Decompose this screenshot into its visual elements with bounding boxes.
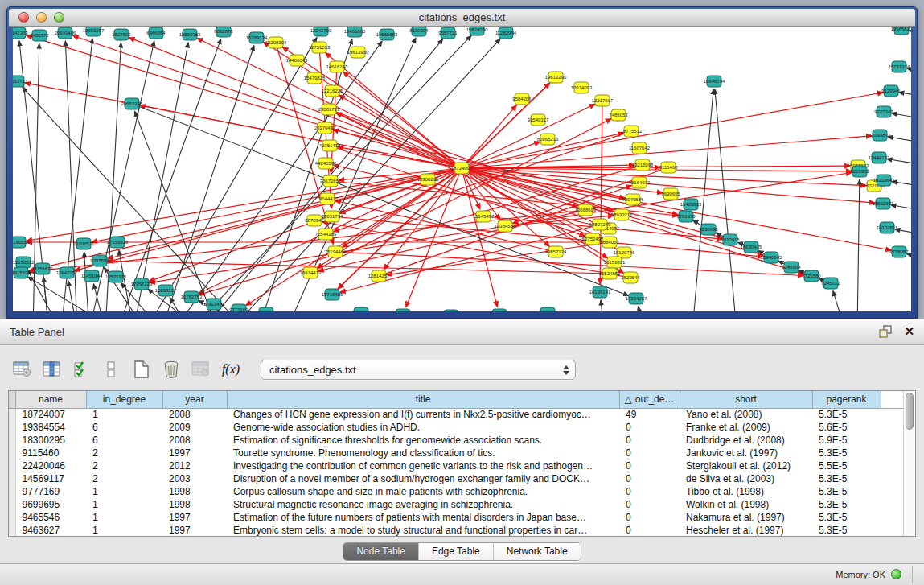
graph-node[interactable]: 13505115 — [105, 271, 127, 282]
graph-node[interactable]: 11282994 — [495, 27, 517, 39]
cell[interactable]: Investigating the contribution of common… — [227, 459, 619, 472]
network-graph[interactable]: 1872400718300295122083041440604512751053… — [13, 27, 911, 311]
function-builder-icon[interactable]: f(x) — [220, 357, 242, 381]
new-table-icon[interactable] — [130, 357, 153, 381]
graph-node[interactable]: 44240598 — [315, 158, 337, 169]
graph-node[interactable]: 26160550 — [13, 237, 30, 248]
graph-node[interactable]: 49164072 — [629, 177, 651, 188]
graph-edge[interactable] — [833, 291, 845, 311]
graph-node[interactable]: 15716485 — [322, 289, 343, 300]
scrollbar-thumb[interactable] — [906, 393, 914, 430]
cell[interactable]: 0 — [619, 434, 680, 447]
cell[interactable]: 1 — [86, 524, 162, 537]
graph-node[interactable]: 9129946 — [881, 85, 901, 97]
graph-node[interactable]: 6466054 — [146, 27, 166, 39]
graph-edge[interactable] — [892, 113, 911, 120]
cell[interactable]: Franke et al. (2009) — [680, 421, 812, 434]
graph-edge[interactable] — [230, 39, 500, 311]
graph-node[interactable]: 12093872 — [869, 130, 891, 141]
graph-node[interactable]: 9699695 — [661, 188, 680, 200]
cell[interactable]: Tibbo et al. (1998) — [680, 485, 812, 498]
table-scrollbar[interactable] — [903, 391, 915, 536]
cell[interactable]: Jankovic et al. (1997) — [680, 447, 812, 459]
cell[interactable]: 9777169 — [15, 485, 86, 498]
graph-node[interactable]: 49857124 — [545, 246, 567, 257]
graph-node[interactable]: 10653257 — [83, 27, 105, 36]
graph-edge[interactable] — [174, 41, 382, 311]
deselect-all-icon[interactable] — [101, 357, 123, 381]
table-row[interactable]: 1456911722003Disruption of a novel membe… — [9, 472, 905, 485]
graph-node[interactable]: 30672657 — [320, 175, 342, 187]
graph-node[interactable]: 13216998 — [632, 159, 654, 171]
cell[interactable]: 49 — [619, 408, 680, 421]
graph-node[interactable]: 18775512 — [621, 126, 643, 137]
cell[interactable]: 0 — [619, 511, 680, 524]
graph-edge[interactable] — [891, 205, 911, 212]
cell[interactable]: 5.9E-5 — [812, 434, 881, 447]
graph-edge[interactable] — [638, 307, 644, 311]
table-select-dropdown[interactable]: citations_edges.txt — [261, 360, 576, 380]
cell[interactable]: 9115460 — [15, 447, 86, 459]
column-header-pagerank[interactable]: pagerank — [812, 391, 881, 408]
cell[interactable]: Changes of HCN gene expression and I(f) … — [227, 408, 619, 421]
table-row[interactable]: 1938455462009Genome-wide association stu… — [9, 421, 905, 434]
graph-node[interactable]: 15318031 — [489, 309, 511, 311]
tab-node-table[interactable]: Node Table — [343, 543, 418, 560]
cell[interactable]: 2003 — [162, 472, 227, 485]
cell[interactable]: Hescheler et al. (1997) — [680, 524, 812, 537]
graph-edge[interactable] — [140, 105, 462, 168]
cell[interactable]: Structural magnetic resonance image aver… — [227, 498, 619, 511]
graph-node[interactable]: 19565820 — [891, 27, 911, 35]
graph-node[interactable]: 72049586 — [622, 194, 644, 205]
cell[interactable]: 9463627 — [15, 524, 86, 537]
graph-node[interactable]: 12444197 — [869, 152, 890, 163]
table-row[interactable]: 1830029562008Estimation of significance … — [9, 434, 905, 447]
graph-node[interactable]: 17359928 — [107, 237, 129, 248]
graph-edge[interactable] — [887, 159, 911, 166]
column-header-short[interactable]: short — [680, 391, 812, 408]
graph-node[interactable]: 16210643 — [873, 175, 895, 186]
graph-node[interactable]: 15824090 — [466, 27, 488, 35]
graph-node[interactable]: 11607642 — [629, 142, 651, 154]
tab-network-table[interactable]: Network Table — [493, 543, 581, 560]
graph-node[interactable]: 20691406 — [55, 27, 76, 39]
graph-node[interactable]: 20553717 — [13, 76, 28, 87]
graph-node[interactable]: 11451944 — [81, 270, 103, 282]
graph-node[interactable]: 10103811 — [877, 222, 898, 233]
column-header-out_degree[interactable]: △out_de… — [619, 391, 680, 408]
cell[interactable]: 5.3E-5 — [812, 524, 881, 537]
graph-node[interactable]: 17957223 — [131, 278, 153, 290]
graph-node[interactable]: 13216225 — [322, 85, 343, 97]
cell[interactable]: 5.6E-5 — [812, 421, 881, 434]
table-row[interactable]: 2242004622012Investigating the contribut… — [9, 459, 905, 472]
table-row[interactable]: 969969511998Structural magnetic resonanc… — [9, 498, 905, 511]
cell[interactable]: 5.5E-5 — [812, 459, 881, 472]
graph-node[interactable]: 2405572 — [30, 30, 49, 41]
cell[interactable]: Nakamura et al. (1997) — [680, 511, 812, 524]
graph-node[interactable]: 9227343 — [874, 106, 893, 117]
cell[interactable]: 5.3E-5 — [812, 498, 881, 511]
graph-node[interactable]: 2522544 — [621, 272, 640, 283]
cell[interactable]: 9465546 — [15, 511, 86, 524]
cell[interactable]: 2 — [86, 459, 162, 472]
graph-edge[interactable] — [888, 137, 911, 144]
cell[interactable]: 2 — [86, 447, 162, 459]
graph-edge[interactable] — [462, 104, 595, 168]
cell[interactable]: 5.3E-5 — [812, 408, 881, 421]
graph-node[interactable]: 17617634 — [441, 310, 462, 311]
graph-edge[interactable] — [387, 242, 610, 275]
cell[interactable]: Stergiakouli et al. (2012) — [680, 459, 812, 472]
graph-node[interactable]: 10974093 — [571, 82, 593, 93]
graph-node[interactable]: 8130304 — [409, 27, 429, 36]
cell[interactable]: 19384554 — [15, 421, 86, 434]
graph-node[interactable]: 42751418 — [319, 140, 341, 151]
graph-node[interactable]: 17334267 — [626, 293, 647, 304]
delete-column-icon[interactable] — [160, 357, 183, 381]
cell[interactable]: 1 — [86, 511, 162, 524]
cell[interactable]: 5.3E-5 — [812, 447, 881, 459]
column-header-name[interactable]: name — [15, 391, 86, 408]
cell[interactable]: 0 — [619, 459, 680, 472]
cell[interactable]: 1 — [86, 485, 162, 498]
cell[interactable]: 22420046 — [15, 459, 86, 472]
tab-edge-table[interactable]: Edge Table — [418, 543, 493, 560]
